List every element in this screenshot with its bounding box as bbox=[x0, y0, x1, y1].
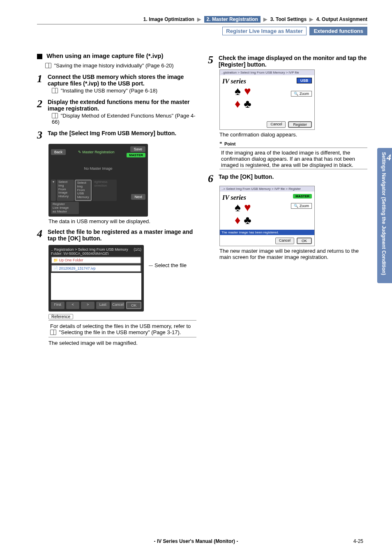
reference-link: "Saving the image history individually" … bbox=[45, 62, 196, 69]
no-master-label: No Master Image bbox=[51, 157, 145, 180]
ok-button[interactable]: OK bbox=[126, 302, 141, 309]
step-4-title: Select the file to be registered as a ma… bbox=[48, 229, 196, 242]
step-2-ref: "Display Method of Extended Functions Me… bbox=[52, 113, 196, 125]
master-badge: MASTER bbox=[293, 194, 312, 199]
crumb-3: 3. Tool Settings bbox=[270, 16, 307, 22]
book-icon bbox=[45, 63, 51, 68]
book-icon bbox=[52, 88, 58, 93]
step-number: 3 bbox=[37, 130, 45, 141]
crumb-2: 2. Master Registration bbox=[204, 16, 261, 23]
status-message: The master image has been registered. bbox=[220, 230, 314, 235]
prev-button[interactable]: < bbox=[66, 302, 80, 309]
point-tag: ❝ Point bbox=[219, 141, 367, 148]
ok-crumb: ..> Select Img From USB Memory > IVP fil… bbox=[220, 186, 314, 192]
usb-badge: USB bbox=[297, 78, 312, 83]
point-icon: ❝ bbox=[219, 141, 222, 147]
subhead-left: Register Live Image as Master bbox=[222, 27, 306, 35]
screenshot-master-registration: Back ✎ Master Registration Save MASTER N… bbox=[48, 144, 148, 217]
screenshot-register-preview: ..gistration > Select Img From USB Memor… bbox=[219, 69, 315, 130]
zoom-button[interactable]: 🔍 Zoom bbox=[291, 91, 312, 97]
dropdown-icon[interactable]: ▾ bbox=[51, 180, 56, 201]
chevron-right-icon: ▶ bbox=[263, 16, 267, 22]
chapter-number: 4 bbox=[387, 152, 391, 163]
crumb-1: 1. Image Optimization bbox=[143, 16, 194, 22]
breadcrumb: 1. Image Optimization ▶ 2. Master Regist… bbox=[37, 16, 367, 24]
page-footer: - IV Series User's Manual (Monitor) - 4-… bbox=[0, 538, 392, 544]
step-number: 2 bbox=[37, 99, 45, 126]
next-button[interactable]: Next bbox=[131, 194, 145, 200]
book-icon bbox=[52, 113, 58, 118]
next-button[interactable]: > bbox=[81, 302, 95, 309]
ok-button[interactable]: OK bbox=[297, 238, 312, 244]
browser-crumb: .. Registration > Select Img From USB Me… bbox=[51, 247, 128, 252]
register-button[interactable]: Register bbox=[288, 121, 312, 128]
last-button[interactable]: Last bbox=[96, 302, 110, 309]
file-row[interactable]: 📄 20120629_131747.ivp bbox=[51, 265, 141, 272]
step-4-result: The selected image will be magnified. bbox=[48, 340, 196, 346]
step-5-result: The confirmation dialog appears. bbox=[219, 132, 367, 138]
step-number: 6 bbox=[208, 173, 216, 184]
save-button[interactable]: Save bbox=[130, 146, 145, 152]
callout-select-file: Select the file bbox=[147, 262, 187, 268]
step-6-title: Tap the [OK] button. bbox=[219, 173, 367, 180]
chevron-right-icon: ▶ bbox=[309, 16, 313, 22]
sub-heading: Register Live Image as Master Extended f… bbox=[37, 28, 367, 34]
screenshot-file-browser: .. Registration > Select Img From USB Me… bbox=[48, 245, 144, 312]
browser-page: (1/1) bbox=[134, 247, 141, 252]
first-button[interactable]: First bbox=[51, 302, 65, 309]
step-5-title: Check the image displayed on the monitor… bbox=[219, 55, 367, 68]
book-icon bbox=[50, 330, 56, 335]
register-live-button[interactable]: Register Live Image as Master bbox=[51, 202, 79, 214]
step-1-title: Connect the USB memory which stores the … bbox=[48, 74, 196, 87]
screenshot-ok-dialog: ..> Select Img From USB Memory > IVP fil… bbox=[219, 186, 315, 246]
subhead-right: Extended functions bbox=[309, 27, 367, 35]
step-number: 4 bbox=[37, 229, 45, 242]
section-heading: When using an image capture file (*.ivp) bbox=[37, 52, 196, 59]
cancel-button[interactable]: Cancel bbox=[275, 238, 294, 244]
step-3-title: Tap the [Select Img From USB Memory] but… bbox=[48, 130, 196, 136]
point-body: If the imaging area of the loaded image … bbox=[221, 150, 367, 168]
select-from-usb-button[interactable]: Select Img From USB Memory bbox=[75, 180, 92, 201]
step-2-title: Display the extended functions menu for … bbox=[48, 99, 196, 112]
select-from-history-button[interactable]: Select Img From Image History bbox=[57, 180, 74, 201]
folder-label: Folder: bbox=[51, 252, 62, 256]
preview-crumb: ..gistration > Select Img From USB Memor… bbox=[220, 70, 314, 75]
step-6-result: The new master image will be registered … bbox=[219, 248, 367, 260]
step-number: 1 bbox=[37, 74, 45, 95]
back-button[interactable]: Back bbox=[51, 149, 66, 155]
screen-title: ✎ Master Registration bbox=[78, 150, 115, 154]
page-number: 4-25 bbox=[353, 538, 363, 544]
reference-tag: Reference bbox=[48, 314, 73, 319]
cancel-button[interactable]: Cancel bbox=[111, 302, 125, 309]
chevron-right-icon: ▶ bbox=[197, 16, 201, 22]
crumb-4: 4. Output Assignment bbox=[316, 16, 367, 22]
reference-body: For details of selecting the files in th… bbox=[50, 323, 196, 335]
folder-path: \IV-500CA_005040\IMAGE\ bbox=[64, 252, 109, 256]
step-number: 5 bbox=[208, 55, 216, 68]
footer-center: - IV Series User's Manual (Monitor) - bbox=[154, 538, 238, 544]
up-folder-button[interactable]: 📁 Up One Folder bbox=[51, 256, 141, 264]
step-3-result: The data in USB memory will be displayed… bbox=[48, 218, 196, 224]
zoom-button[interactable]: 🔍 Zoom bbox=[291, 203, 312, 209]
step-1-ref: "Installing the USB memory" (Page 6-18) bbox=[52, 88, 196, 94]
master-badge: MASTER bbox=[127, 153, 145, 157]
chapter-tab: 4 Settings Navigator (Setting the Judgme… bbox=[377, 148, 392, 283]
brightness-button: rightness orrection bbox=[92, 180, 117, 201]
chapter-label: Settings Navigator (Setting the Judgment… bbox=[381, 152, 387, 275]
cancel-button[interactable]: Cancel bbox=[267, 121, 286, 128]
square-bullet-icon bbox=[37, 54, 42, 59]
